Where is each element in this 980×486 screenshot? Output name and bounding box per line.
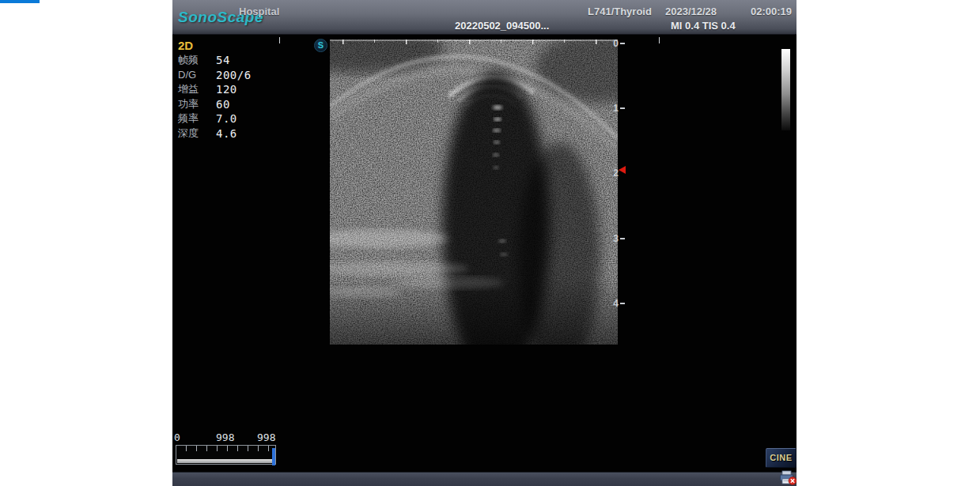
param-value: 7.0 — [216, 112, 237, 125]
ultrasound-render — [330, 40, 618, 345]
depth-label: 1 — [604, 103, 619, 114]
depth-label: 3 — [604, 233, 619, 244]
ultrasound-screen: SonoScape Hospital 20220502_094500... L7… — [172, 0, 796, 486]
param-value: 200/6 — [216, 69, 252, 81]
mode-label: 2D — [178, 39, 193, 52]
param-label: 增益 — [178, 82, 216, 96]
param-label: D/G — [178, 69, 216, 81]
stray-progress-bar — [0, 0, 40, 3]
depth-label: 0 — [604, 38, 619, 49]
acoustic-indices: MI 0.4 TIS 0.4 — [671, 20, 736, 32]
probe-preset: L741/Thyroid — [588, 6, 652, 17]
depth-tick — [620, 43, 625, 44]
right-boundary-tick — [659, 37, 660, 43]
depth-tick — [620, 107, 625, 109]
hospital-name: Hospital — [239, 6, 279, 17]
parameter-panel: 帧频 54 D/G 200/6 增益 120 功率 60 频率 7.0 深度 4… — [178, 53, 265, 141]
cine-button[interactable]: CINE — [766, 448, 796, 468]
param-row-gain: 增益 120 — [178, 82, 265, 97]
exam-id: 20220502_094500... — [455, 20, 549, 32]
param-label: 功率 — [178, 97, 216, 111]
grayscale-bar — [781, 49, 790, 130]
printer-error-icon — [778, 469, 796, 485]
param-row-dg: D/G 200/6 — [178, 68, 265, 83]
depth-tick — [620, 238, 625, 239]
param-label: 深度 — [178, 126, 216, 141]
left-boundary-tick — [279, 37, 280, 43]
param-row-frequency: 频率 7.0 — [178, 111, 265, 126]
bottom-status-bar — [172, 472, 796, 486]
cine-total-label: 998 — [257, 431, 275, 443]
param-value: 120 — [216, 83, 237, 96]
param-row-power: 功率 60 — [178, 97, 265, 112]
probe-orientation-icon: S — [314, 39, 327, 52]
ultrasound-image — [330, 40, 618, 345]
cine-progress-bar[interactable] — [177, 459, 273, 463]
cine-ruler-ticks — [176, 446, 275, 451]
system-time: 02:00:19 — [751, 6, 792, 17]
depth-tick — [620, 303, 625, 304]
depth-label: 2 — [604, 168, 619, 179]
param-value: 54 — [216, 54, 230, 66]
param-row-framerate: 帧频 54 — [178, 53, 265, 68]
depth-label: 4 — [604, 298, 619, 309]
param-value: 4.6 — [216, 127, 237, 140]
cine-position-marker[interactable] — [272, 448, 275, 465]
param-row-depth: 深度 4.6 — [178, 126, 265, 141]
param-value: 60 — [216, 98, 230, 111]
param-label: 帧频 — [178, 53, 216, 67]
focus-marker-icon — [619, 166, 626, 174]
cine-current-label: 998 — [216, 431, 234, 443]
top-bar: SonoScape Hospital 20220502_094500... L7… — [172, 0, 796, 35]
system-date: 2023/12/28 — [665, 6, 717, 17]
cine-start-label: 0 — [174, 431, 180, 443]
param-label: 频率 — [178, 111, 216, 126]
